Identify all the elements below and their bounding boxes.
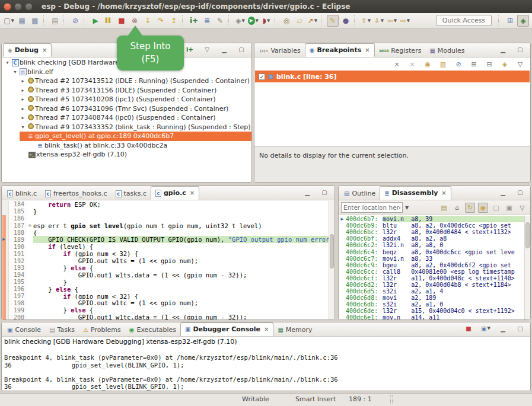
coverage-button[interactable]: ◗▼ [260, 15, 272, 27]
view-menu-button[interactable]: ▽ [517, 203, 527, 213]
disassembly-line[interactable]: 400dc6cc:call8 0x40081e00 <esp_log_times… [339, 268, 524, 275]
save-all-button[interactable]: ▩ [29, 15, 41, 27]
terminate-button[interactable]: ■ [116, 15, 128, 27]
disassembly-line[interactable]: 400dc6bc:l32r a8, 0x400d0484 <_stext+113… [339, 229, 524, 235]
tree-expander-icon[interactable]: ▾ [12, 69, 18, 75]
debug-tree-item[interactable]: ▸Thread #5 1073410208 (ipc1) (Suspended … [2, 95, 251, 104]
window-close-button[interactable] [4, 3, 11, 11]
tab-blink.c[interactable]: cblink.c [3, 187, 41, 200]
disconnect-button[interactable]: ⊗ [129, 15, 141, 27]
editor-annotation-ruler[interactable] [2, 208, 9, 215]
expand-all-button[interactable]: ⊞ [469, 59, 479, 69]
titlebar[interactable]: esp - Debug - /home/krzysztof/esp/esp-id… [0, 0, 532, 13]
tab-disassembly[interactable]: ≣Disassembly× [380, 186, 451, 200]
tree-expander-icon[interactable]: ▸ [20, 88, 26, 93]
step-into-button[interactable]: ↧ [142, 15, 154, 27]
tab-tasks.c[interactable]: ctasks.c [112, 187, 151, 200]
debug-tree-item[interactable]: ≡blink_task() at blink.c:33 0x400dbc2a [2, 141, 251, 151]
disassembly-line[interactable]: 400dc6c2:l32i.n a8, a8, 0 [339, 242, 524, 248]
suspend-button[interactable]: ▌▌ [103, 15, 114, 27]
disassembly-line[interactable]: ▶400dc6b7:movi.n a8, 39 [339, 216, 524, 222]
maximize-button[interactable]: ▢ [514, 43, 526, 55]
instruction-stepping-mode-button[interactable]: i+ [184, 43, 196, 55]
show-breakpoints-for-button[interactable]: ◉ [423, 59, 432, 69]
pin-button[interactable]: ▣ [504, 203, 514, 213]
disassembly-line[interactable]: 400dc6cf:l32r a11, 0x400d048c <_stext+11… [339, 275, 524, 282]
link-with-debug-view-button[interactable]: ◈ [500, 59, 509, 69]
disassembly-scrollbar-thumb[interactable] [525, 222, 530, 248]
open-resource-button[interactable]: ▱ [294, 15, 305, 27]
editor-line[interactable]: 184 return ESP_OK; [2, 201, 329, 208]
editor-annotation-ruler[interactable] [2, 271, 9, 279]
tab-executables[interactable]: ◉Executables [125, 324, 180, 336]
editor-annotation-ruler[interactable] [2, 293, 9, 300]
use-step-filters-button[interactable]: ✎ [214, 15, 226, 27]
next-annotation-button[interactable]: ⇩▼ [373, 15, 385, 27]
tab-close-icon[interactable]: × [365, 47, 369, 53]
maximize-button[interactable]: ▢ [514, 322, 526, 334]
minimize-button[interactable]: ▁ [497, 186, 509, 198]
debug-tree-item[interactable]: ▸Thread #7 1073408744 (ipc0) (Suspended … [2, 113, 251, 123]
editor-annotation-ruler[interactable] [2, 286, 9, 293]
tree-expander-icon[interactable]: ▾ [20, 124, 26, 130]
window-maximize-button[interactable] [25, 3, 33, 11]
remove-breakpoint-button[interactable]: × [392, 59, 402, 69]
view-menu-button[interactable]: ▽ [515, 59, 525, 69]
tree-expander-icon[interactable]: ▸ [20, 97, 26, 102]
tab-outline[interactable]: ▤Outline [340, 187, 380, 200]
tab-gpio.c[interactable]: cgpio.c× [151, 186, 199, 200]
step-return-button[interactable]: ↥ [168, 15, 180, 27]
tab-close-icon[interactable]: × [42, 47, 47, 53]
debug-perspective-button[interactable]: ◈ [517, 15, 529, 27]
disassembly-line[interactable]: 400dc6d5:s32i a2, a1, 4 [339, 288, 524, 295]
minimize-button[interactable]: ▁ [497, 322, 509, 334]
tab-close-icon[interactable]: × [441, 190, 446, 196]
maximize-button[interactable]: ▢ [235, 43, 247, 55]
editor-line[interactable]: 190 if (level) { [2, 243, 329, 250]
editor-annotation-ruler[interactable] [2, 222, 9, 229]
remove-all-breakpoints-button[interactable]: × [407, 59, 417, 69]
open-declaration-button[interactable]: ● [340, 15, 352, 27]
editor-annotation-ruler[interactable]: ▶ [2, 236, 9, 243]
minimize-button[interactable]: ▁ [301, 186, 313, 198]
tab-close-icon[interactable]: × [264, 326, 269, 333]
breakpoint-item[interactable]: ✓ blink.c [line: 36] [255, 71, 530, 82]
debug-tree-item[interactable]: ▸Thread #2 1073413512 (IDLE : Running) (… [2, 76, 251, 86]
previous-annotation-button[interactable]: ⇧▼ [360, 15, 372, 27]
open-perspective-button[interactable]: ⊞ [504, 15, 516, 27]
editor-annotation-ruler[interactable] [2, 314, 9, 319]
editor-annotation-ruler[interactable] [2, 250, 9, 257]
editor-annotation-ruler[interactable] [2, 279, 9, 286]
tab-registers[interactable]: 1010Registers [375, 44, 426, 57]
disassembly-line[interactable]: 400dc6b9:bltu a8, a2, 0x400dc6cc <gpio_s… [339, 222, 524, 229]
resume-button[interactable]: ▶ [90, 15, 101, 27]
disassembly-listing[interactable]: ▶400dc6b7:movi.n a8, 39400dc6b9:bltu a8,… [339, 216, 524, 319]
back-history-button[interactable]: ⇦▼ [386, 15, 398, 27]
display-selected-console-button[interactable]: ▣▼ [480, 322, 492, 334]
collapse-all-button[interactable]: ⊟ [485, 59, 494, 69]
skip-all-breakpoints-button[interactable]: ⊘ [69, 15, 81, 27]
editor-line[interactable]: ▶189 GPIO_CHECK(GPIO_IS_VALID_OUTPUT_GPI… [2, 236, 329, 243]
breakpoint-checkbox[interactable]: ✓ [259, 73, 265, 80]
disassembly-line[interactable]: 400dc6bf:addx4 a8, a2, a8 [339, 235, 524, 242]
debug-tree-item[interactable]: ≡gpio_set_level() at gpio.c:189 0x400dc6… [2, 132, 251, 141]
editor-line[interactable]: 187⊖esp_err_t gpio_set_level(gpio_num_t … [2, 222, 329, 229]
show-source-button[interactable]: ▤ [439, 203, 449, 213]
editor-annotation-ruler[interactable] [2, 264, 9, 271]
code-editor[interactable]: 184 return ESP_OK;185}186187⊖esp_err_t g… [2, 201, 329, 319]
mark-occurrences-button[interactable]: ✎ [327, 15, 339, 27]
editor-annotation-ruler[interactable] [2, 306, 9, 314]
build-button[interactable]: ▤ [49, 15, 61, 27]
debug-tree-item[interactable]: ▾Thread #9 1073433352 (blink_task : Runn… [2, 123, 251, 132]
view-menu-button[interactable]: ▽ [201, 43, 213, 55]
new-wizard-button[interactable]: ▢▼ [3, 15, 15, 27]
disassembly-line[interactable]: 400dc6c4:beqz a8, 0x400dc6cc <gpio_set_l… [339, 248, 524, 255]
tab-freertos-hooks.c[interactable]: cfreertos_hooks.c [41, 187, 112, 200]
editor-line[interactable]: 193 } else { [2, 264, 329, 271]
quick-access-box[interactable]: Quick Access [436, 15, 492, 26]
status-bar-handle[interactable] [390, 395, 393, 404]
refresh-button[interactable]: ↻ [465, 203, 475, 213]
editor-annotation-ruler[interactable] [2, 229, 9, 236]
editor-annotation-ruler[interactable] [2, 257, 9, 264]
tab-breakpoints[interactable]: ◉Breakpoints× [305, 43, 375, 57]
